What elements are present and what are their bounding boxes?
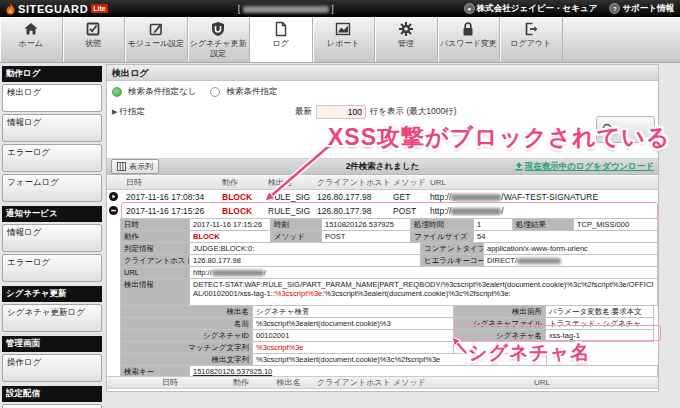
download-icon [515, 162, 523, 171]
tab-report[interactable]: レポート [313, 17, 376, 62]
rows-suffix-label: 行を表示 (最大1000行) [370, 106, 457, 118]
blurred-url-host [212, 270, 264, 276]
sidebar-item-signature-update-log[interactable]: シグネチャ更新ログ [2, 304, 102, 332]
main-nav: ホーム 状態 モジュール設定 シグネチャ更新設定 ログ レポート 管理 パスワー… [0, 17, 680, 63]
radio-search-condition-label: 検索条件指定 [226, 86, 277, 98]
sidebar-item-notify-info-log[interactable]: 情報ログ [2, 224, 102, 252]
admin-gear-icon [398, 21, 414, 38]
sidebar-section-operation-log: 動作ログ [2, 66, 102, 82]
table-footer-header: 日時 動作 検出名 クライアントホスト メソッド URL [107, 376, 658, 389]
support-info-link[interactable]: ?サポート情報 [609, 3, 674, 15]
tab-signature-update-settings[interactable]: シグネチャ更新設定 [188, 17, 251, 62]
search-button[interactable] [596, 116, 655, 143]
blurred-hierarchy [517, 258, 561, 264]
password-lock-icon [460, 21, 476, 38]
detection-log-table: 日時 動作 検出名 クライアントホスト メソッド URL 2017-11-16 … [107, 176, 658, 218]
server-name: [ ] [108, 4, 464, 14]
tab-log[interactable]: ログ [250, 17, 313, 62]
siteguard-logo: SITEGUARD Lite [6, 3, 108, 15]
top-bar: SITEGUARD Lite [ ] ●株式会社ジェイピー・セキュア ?サポート… [0, 0, 680, 17]
row-url: http:/// [426, 206, 658, 216]
tab-home[interactable]: ホーム [0, 17, 63, 62]
blurred-host [451, 194, 501, 201]
sidebar-item-notify-error-log[interactable]: エラーログ [2, 254, 102, 282]
log-sidebar: 動作ログ 検出ログ 情報ログ エラーログ フォームログ 通知サービス 情報ログ … [2, 66, 102, 408]
status-check-icon [85, 21, 101, 38]
home-icon [23, 21, 39, 38]
expand-caret-icon[interactable]: ▶ [112, 108, 117, 116]
row-spec-label: 行指定 [119, 106, 145, 118]
columns-grid-icon [117, 162, 126, 171]
sidebar-section-signature-update: シグネチャ更新 [2, 286, 102, 302]
radio-no-search-condition-label: 検索条件指定なし [128, 86, 196, 98]
table-toolbar: 2件検索されました 表示列 現在表示中のログをダウンロード [107, 158, 658, 175]
sidebar-section-notification: 通知サービス [2, 206, 102, 222]
log-file-icon [273, 21, 289, 38]
tab-status[interactable]: 状態 [63, 17, 126, 62]
search-key-link[interactable]: 1510820126.537925.10 [193, 367, 272, 376]
detection-log-panel: 検出ログ 検索条件指定なし 検索条件指定 ▶ 行指定 最新 行を表示 (最大10… [106, 64, 659, 392]
sidebar-section-admin-screen: 管理画面 [2, 336, 102, 352]
flame-icon [6, 3, 15, 15]
globe-icon: ● [464, 3, 475, 14]
radio-no-search-condition[interactable] [112, 87, 122, 97]
sidebar-item-info-log[interactable]: 情報ログ [2, 114, 102, 142]
logo-text: SITEGUARD [18, 3, 88, 15]
tab-password-change[interactable]: パスワード変更 [438, 17, 501, 62]
rows-count-input[interactable] [316, 105, 366, 119]
magnifier-icon [601, 122, 615, 136]
module-settings-icon [148, 21, 164, 38]
logout-icon [523, 21, 539, 38]
lite-badge: Lite [91, 4, 107, 13]
sidebar-item-error-log[interactable]: エラーログ [2, 144, 102, 172]
sidebar-item-form-log[interactable]: フォームログ [2, 174, 102, 202]
log-detail-panel: 日時 2017-11-16 17:15:26 時刻 1510820126.537… [121, 219, 658, 378]
company-link[interactable]: ●株式会社ジェイピー・セキュア [464, 3, 598, 15]
row-url: http:///WAF-TEST-SIGNATURE [426, 192, 658, 202]
sidebar-item-delivery-log[interactable]: 配信ログ [2, 404, 102, 408]
signature-update-icon [210, 21, 226, 38]
blurred-host [451, 208, 501, 215]
action-block: BLOCK [218, 206, 264, 216]
sidebar-item-operation-log[interactable]: 操作ログ [2, 354, 102, 382]
sidebar-item-detection-log[interactable]: 検出ログ [2, 84, 102, 112]
table-header-row: 日時 動作 検出名 クライアントホスト メソッド URL [107, 176, 658, 190]
matched-string-highlight: %3cscript%3e [275, 289, 323, 298]
display-columns-button[interactable]: 表示列 [111, 159, 159, 174]
blurred-server-name [243, 6, 329, 13]
tab-logout[interactable]: ログアウト [500, 17, 563, 62]
download-log-link[interactable]: 現在表示中のログをダウンロード [515, 161, 654, 173]
latest-label: 最新 [295, 106, 312, 118]
expand-row-icon[interactable] [109, 192, 118, 201]
tab-admin[interactable]: 管理 [375, 17, 438, 62]
table-row[interactable]: 2017-11-16 17:08:34 BLOCK RULE_SIG 126.8… [107, 190, 658, 204]
sidebar-section-config-delivery: 設定配信 [2, 386, 102, 402]
radio-search-condition[interactable] [210, 87, 220, 97]
action-block: BLOCK [218, 192, 264, 202]
signature-name-value: xss-tag-1 [545, 329, 654, 342]
tab-module-settings[interactable]: モジュール設定 [125, 17, 188, 62]
page-title: 検出ログ [107, 65, 658, 81]
collapse-row-icon[interactable] [109, 206, 118, 215]
report-chart-icon [335, 21, 351, 38]
question-icon: ? [609, 3, 620, 14]
table-row-selected[interactable]: 2017-11-16 17:15:26 BLOCK RULE_SIG 126.8… [107, 204, 658, 218]
detect-info-value: DETECT-STAT:WAF:RULE_SIG/PART_PARAM_NAME… [189, 278, 658, 306]
